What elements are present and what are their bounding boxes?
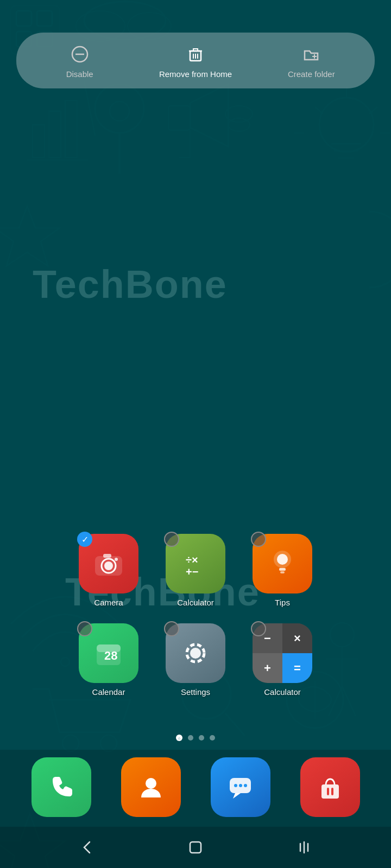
calendar-label: Calendar xyxy=(92,687,125,697)
page-dot-4[interactable] xyxy=(210,735,215,741)
svg-rect-43 xyxy=(279,568,286,571)
svg-point-50 xyxy=(146,778,156,789)
app-calculator-green[interactable]: ÷× +− Calculator xyxy=(152,528,239,612)
svg-point-42 xyxy=(277,554,288,565)
tips-label: Tips xyxy=(275,598,290,607)
svg-point-53 xyxy=(239,784,242,787)
app-settings[interactable]: Settings xyxy=(152,618,239,702)
page-dot-2[interactable] xyxy=(188,735,193,741)
svg-rect-56 xyxy=(327,788,329,795)
page-dot-home[interactable]: ⌂ xyxy=(176,735,182,741)
app-calculator-dark[interactable]: − × + = Calculator xyxy=(239,618,326,702)
tips-badge xyxy=(251,532,266,547)
action-bar: Disable Remove from Home xyxy=(16,33,375,88)
action-create-folder[interactable]: Create folder xyxy=(254,42,369,79)
svg-point-38 xyxy=(115,558,118,561)
watermark-1: TechBone xyxy=(33,262,228,307)
svg-rect-44 xyxy=(280,571,285,573)
remove-from-home-label: Remove from Home xyxy=(159,69,232,79)
create-folder-icon xyxy=(299,42,323,66)
camera-label: Camera xyxy=(94,598,123,607)
calc-br: = xyxy=(282,653,312,683)
svg-rect-55 xyxy=(321,784,339,799)
calculator-green-badge xyxy=(164,532,179,547)
calculator-dark-label: Calculator xyxy=(264,687,301,697)
svg-point-36 xyxy=(104,561,113,570)
svg-text:+−: +− xyxy=(186,566,198,578)
settings-label: Settings xyxy=(181,687,210,697)
action-disable[interactable]: Disable xyxy=(22,42,137,79)
dock-app-messages[interactable] xyxy=(211,757,270,817)
svg-point-54 xyxy=(244,784,247,787)
back-button[interactable] xyxy=(71,837,103,858)
disable-icon xyxy=(68,42,92,66)
svg-text:÷×: ÷× xyxy=(186,554,198,566)
page-indicators: ⌂ xyxy=(0,724,391,750)
recents-button[interactable] xyxy=(288,837,320,858)
create-folder-label: Create folder xyxy=(288,69,335,79)
home-button[interactable] xyxy=(179,837,212,858)
disable-label: Disable xyxy=(66,69,93,79)
dock-app-contacts[interactable] xyxy=(121,757,181,817)
svg-text:28: 28 xyxy=(104,649,117,662)
calendar-badge xyxy=(77,621,92,636)
camera-selected-badge: ✓ xyxy=(77,532,92,547)
svg-rect-57 xyxy=(331,788,333,795)
svg-rect-37 xyxy=(103,554,111,558)
page-dot-3[interactable] xyxy=(199,735,204,741)
dock-app-phone[interactable] xyxy=(31,757,91,817)
navigation-bar xyxy=(0,827,391,868)
dock-app-store[interactable] xyxy=(300,757,360,817)
app-row-2: 28 Calendar Settings xyxy=(16,618,375,702)
svg-point-48 xyxy=(190,648,201,659)
svg-rect-58 xyxy=(190,842,201,853)
remove-from-home-icon xyxy=(184,42,207,66)
action-remove-from-home[interactable]: Remove from Home xyxy=(137,42,253,79)
app-calendar[interactable]: 28 Calendar xyxy=(65,618,152,702)
settings-badge xyxy=(164,621,179,636)
home-screen-content: TechBone TechBone ✓ xyxy=(0,88,391,750)
app-row-1: ✓ Camera xyxy=(16,528,375,612)
calculator-dark-badge xyxy=(251,621,266,636)
calculator-green-label: Calculator xyxy=(177,598,214,607)
svg-point-52 xyxy=(234,784,237,787)
calc-bl: + xyxy=(253,653,282,683)
app-camera[interactable]: ✓ Camera xyxy=(65,528,152,612)
app-dock xyxy=(0,750,391,827)
app-tips[interactable]: Tips xyxy=(239,528,326,612)
calc-tr: × xyxy=(282,623,312,653)
app-grid: ✓ Camera xyxy=(0,528,391,724)
